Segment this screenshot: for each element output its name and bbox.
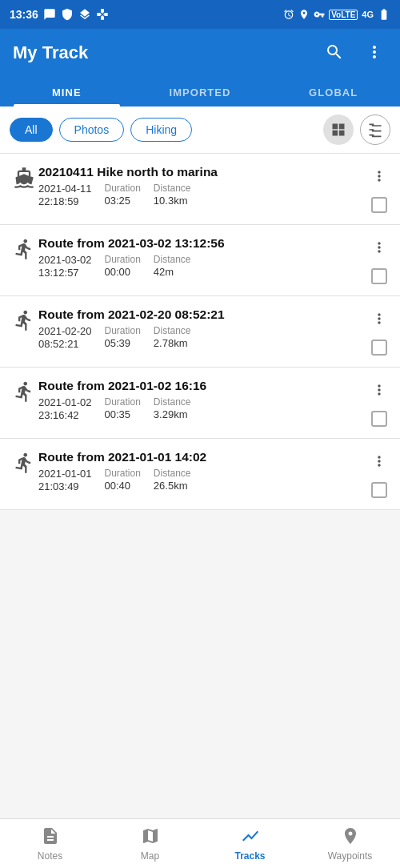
track-more-button[interactable]: [368, 167, 390, 186]
track-duration-group: Duration 00:00: [105, 254, 141, 278]
status-bar: 13:36 VoLTE 4G: [0, 0, 400, 29]
nav-item-tracks[interactable]: Tracks: [226, 826, 274, 862]
track-item[interactable]: 20210411 Hike north to marina 2021-04-11…: [0, 154, 400, 225]
message-icon: [43, 8, 56, 21]
track-type-icon: [10, 165, 38, 189]
track-distance-group: Distance 26.5km: [154, 468, 191, 492]
track-checkbox[interactable]: [371, 340, 387, 356]
search-button[interactable]: [322, 39, 347, 67]
track-date-group: 2021-04-11 22:18:59: [38, 183, 92, 207]
track-time: 21:03:49: [38, 480, 92, 492]
track-actions: [368, 236, 390, 284]
nav-waypoints-label: Waypoints: [328, 850, 373, 862]
track-time: 13:12:57: [38, 267, 92, 279]
filter-row: All Photos Hiking: [0, 106, 400, 154]
track-content: Route from 2021-03-02 13:12:56 2021-03-0…: [38, 236, 368, 279]
track-type-icon: [10, 307, 38, 332]
track-content: 20210411 Hike north to marina 2021-04-11…: [38, 165, 368, 207]
track-list: 20210411 Hike north to marina 2021-04-11…: [0, 154, 400, 510]
track-duration-group: Duration 00:35: [105, 396, 141, 420]
track-date-group: 2021-03-02 13:12:57: [38, 254, 92, 279]
more-options-button[interactable]: [362, 39, 387, 67]
notes-icon: [41, 826, 60, 849]
track-more-button[interactable]: [368, 238, 390, 257]
filter-all[interactable]: All: [10, 118, 53, 142]
track-type-icon: [10, 236, 38, 260]
track-more-button[interactable]: [368, 309, 390, 328]
track-actions: [368, 165, 390, 213]
track-actions: [368, 450, 390, 498]
track-date: 2021-04-11: [38, 183, 92, 195]
track-title: Route from 2021-01-02 16:16: [38, 379, 368, 393]
run-icon: [13, 309, 35, 332]
track-content: Route from 2021-01-02 16:16 2021-01-02 2…: [38, 379, 368, 421]
nav-item-waypoints[interactable]: Waypoints: [326, 826, 374, 862]
track-actions: [368, 307, 390, 356]
track-type-icon: [10, 450, 38, 474]
nav-tracks-label: Tracks: [234, 850, 265, 862]
track-distance-label: Distance: [154, 183, 191, 194]
track-item[interactable]: Route from 2021-03-02 13:12:56 2021-03-0…: [0, 225, 400, 296]
track-checkbox[interactable]: [371, 411, 387, 427]
grid-view-button[interactable]: [323, 115, 354, 145]
tab-global[interactable]: GLOBAL: [266, 77, 400, 106]
nav-notes-label: Notes: [38, 850, 62, 862]
track-title: Route from 2021-01-01 14:02: [38, 450, 368, 464]
track-distance-group: Distance 2.78km: [154, 325, 191, 349]
track-distance-label: Distance: [154, 468, 191, 479]
alarm-icon: [283, 9, 294, 20]
track-duration-label: Duration: [105, 183, 141, 194]
track-distance-label: Distance: [154, 396, 191, 408]
layers-icon: [78, 8, 91, 21]
track-duration: 00:00: [105, 266, 141, 278]
nav-item-map[interactable]: Map: [126, 826, 174, 862]
track-more-button[interactable]: [368, 380, 390, 400]
filter-photos[interactable]: Photos: [59, 118, 125, 142]
track-duration: 00:40: [105, 480, 141, 492]
gamepad-icon: [96, 8, 109, 21]
track-distance: 26.5km: [154, 480, 191, 492]
bottom-spacer: [0, 510, 400, 560]
track-more-button[interactable]: [368, 452, 390, 471]
tab-mine[interactable]: MINE: [0, 77, 134, 106]
track-distance: 42m: [154, 266, 191, 278]
more-vertical-icon: [371, 453, 387, 469]
track-date-group: 2021-01-02 23:16:42: [38, 396, 92, 421]
track-item[interactable]: Route from 2021-01-02 16:16 2021-01-02 2…: [0, 368, 400, 439]
more-vertical-icon: [371, 311, 387, 327]
track-checkbox[interactable]: [371, 482, 387, 498]
track-duration-label: Duration: [105, 254, 141, 265]
track-checkbox[interactable]: [371, 197, 387, 213]
track-date: 2021-01-01: [38, 468, 92, 480]
run-icon: [13, 380, 35, 403]
track-distance: 10.3km: [154, 195, 191, 207]
track-item[interactable]: Route from 2021-02-20 08:52:21 2021-02-2…: [0, 296, 400, 368]
track-actions: [368, 379, 390, 427]
more-vertical-icon: [365, 42, 384, 62]
tab-imported[interactable]: IMPORTED: [134, 77, 267, 106]
battery-icon: [378, 8, 390, 21]
track-checkbox[interactable]: [371, 268, 387, 284]
track-date: 2021-03-02: [38, 254, 92, 266]
list-view-button[interactable]: [360, 115, 390, 145]
track-content: Route from 2021-01-01 14:02 2021-01-01 2…: [38, 450, 368, 492]
filter-hiking[interactable]: Hiking: [130, 118, 192, 142]
track-item[interactable]: Route from 2021-01-01 14:02 2021-01-01 2…: [0, 439, 400, 510]
volte-badge: VoLTE: [329, 10, 358, 20]
track-type-icon: [10, 379, 38, 403]
track-time: 23:16:42: [38, 409, 92, 421]
tabs-bar: MINE IMPORTED GLOBAL: [0, 77, 400, 106]
track-time: 08:52:21: [38, 338, 92, 350]
location-icon: [298, 9, 310, 20]
app-bar: My Track: [0, 29, 400, 77]
nav-item-notes[interactable]: Notes: [26, 826, 74, 862]
list-icon: [367, 122, 383, 138]
search-icon: [325, 42, 344, 62]
grid-icon: [330, 122, 346, 138]
key-icon: [314, 9, 325, 20]
more-vertical-icon: [371, 239, 387, 255]
track-date: 2021-02-20: [38, 325, 92, 337]
boat-icon: [13, 167, 35, 189]
shield-icon: [61, 8, 74, 21]
more-vertical-icon: [371, 168, 387, 184]
